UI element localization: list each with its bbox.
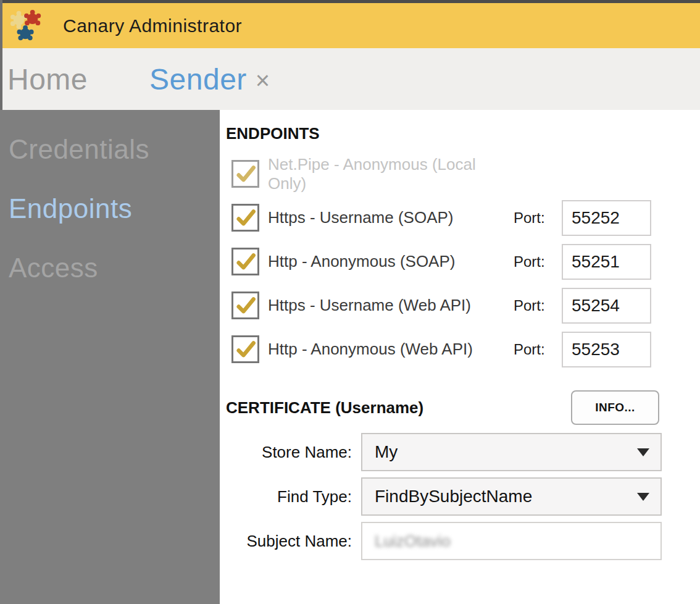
title-bar: Canary Administrator (0, 3, 700, 48)
window-left-border (0, 0, 2, 110)
endpoint-row-https-webapi: Https - Username (Web API) Port: (231, 283, 700, 327)
store-name-row: Store Name: My (220, 433, 700, 471)
tab-sender[interactable]: Sender (149, 62, 247, 96)
port-label: Port: (514, 341, 552, 358)
port-label: Port: (514, 253, 552, 271)
main-area: Credentials Endpoints Access ENDPOINTS N… (0, 110, 700, 604)
http-soap-port-input[interactable] (562, 244, 651, 280)
endpoint-label: Net.Pipe - Anonymous (Local Only) (268, 155, 514, 193)
https-webapi-port-input[interactable] (562, 288, 651, 324)
endpoint-row-https-soap: Https - Username (SOAP) Port: (231, 196, 700, 240)
store-name-value: My (375, 442, 637, 462)
tab-home[interactable]: Home (7, 62, 88, 96)
sidebar: Credentials Endpoints Access (0, 110, 220, 604)
netpipe-checkbox (231, 160, 259, 188)
endpoint-list: Net.Pipe - Anonymous (Local Only) Https … (220, 152, 700, 371)
tab-bar: Home Sender × (0, 48, 700, 110)
certificate-heading: CERTIFICATE (Username) (226, 398, 423, 417)
endpoint-label: Http - Anonymous (SOAP) (268, 252, 514, 271)
https-soap-port-input[interactable] (562, 200, 651, 236)
store-name-label: Store Name: (220, 443, 352, 462)
endpoint-label: Https - Username (SOAP) (268, 208, 514, 227)
canary-logo-icon (9, 8, 44, 44)
chevron-down-icon (637, 448, 649, 456)
chevron-down-icon (637, 493, 649, 501)
endpoint-label: Https - Username (Web API) (268, 296, 514, 315)
certificate-header: CERTIFICATE (Username) INFO... (220, 390, 700, 426)
find-type-value: FindBySubjectName (375, 487, 637, 506)
endpoints-panel: ENDPOINTS Net.Pipe - Anonymous (Local On… (220, 110, 700, 604)
sidebar-item-credentials[interactable]: Credentials (0, 120, 220, 179)
window-title: Canary Administrator (63, 15, 242, 36)
canary-administrator-window: Canary Administrator Home Sender × Crede… (0, 0, 700, 604)
endpoint-row-http-webapi: Http - Anonymous (Web API) Port: (231, 327, 700, 371)
find-type-label: Find Type: (220, 487, 352, 506)
port-label: Port: (514, 209, 552, 227)
endpoint-row-http-soap: Http - Anonymous (SOAP) Port: (231, 240, 700, 283)
find-type-row: Find Type: FindBySubjectName (220, 477, 700, 516)
endpoint-label: Http - Anonymous (Web API) (268, 340, 514, 359)
https-webapi-checkbox[interactable] (231, 292, 259, 319)
subject-name-input[interactable]: LuizOtavio (361, 522, 662, 560)
subject-name-row: Subject Name: LuizOtavio (220, 522, 700, 560)
sidebar-item-access[interactable]: Access (0, 238, 220, 298)
https-soap-checkbox[interactable] (231, 204, 259, 232)
sidebar-item-endpoints[interactable]: Endpoints (0, 179, 220, 238)
tab-close-icon[interactable]: × (256, 67, 270, 94)
store-name-dropdown[interactable]: My (361, 433, 662, 471)
http-webapi-checkbox[interactable] (231, 335, 259, 363)
subject-name-value: LuizOtavio (375, 532, 451, 551)
port-label: Port: (514, 297, 552, 314)
http-soap-checkbox[interactable] (231, 248, 259, 275)
certificate-fields: Store Name: My Find Type: FindBySubjectN… (220, 433, 700, 560)
info-button[interactable]: INFO... (571, 390, 659, 425)
find-type-dropdown[interactable]: FindBySubjectName (361, 477, 662, 516)
http-webapi-port-input[interactable] (562, 332, 651, 367)
endpoints-heading: ENDPOINTS (226, 124, 700, 143)
endpoint-row-netpipe: Net.Pipe - Anonymous (Local Only) (231, 152, 700, 196)
subject-name-label: Subject Name: (220, 532, 352, 551)
